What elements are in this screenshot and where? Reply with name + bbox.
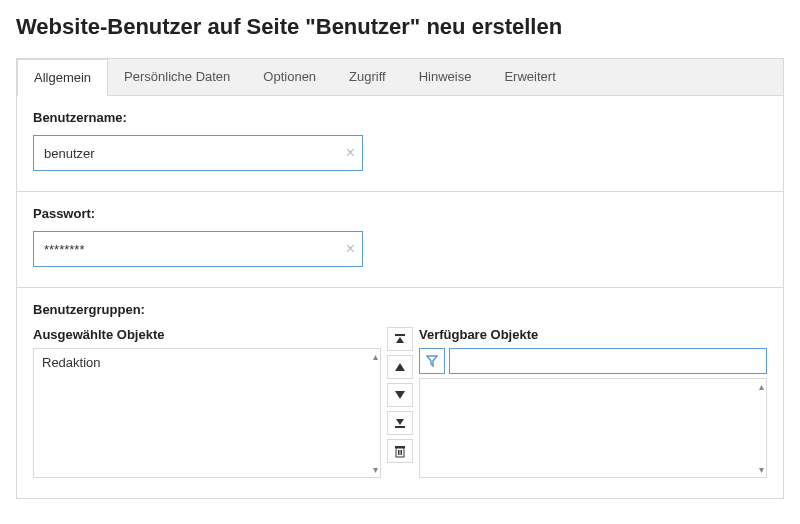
form-panel: Benutzername: × Passwort: × Benutzergrup…: [16, 95, 784, 499]
tab-general[interactable]: Allgemein: [17, 59, 108, 96]
remove-button[interactable]: [387, 439, 413, 463]
filter-input[interactable]: [449, 348, 767, 374]
scroll-down-icon[interactable]: ▾: [373, 464, 378, 475]
clear-password-icon[interactable]: ×: [346, 241, 355, 257]
svg-rect-7: [395, 446, 405, 448]
move-bottom-icon: [394, 417, 406, 429]
move-up-button[interactable]: [387, 355, 413, 379]
svg-rect-0: [395, 334, 405, 336]
tab-advanced[interactable]: Erweitert: [488, 59, 572, 95]
clear-username-icon[interactable]: ×: [346, 145, 355, 161]
available-column: Verfügbare Objekte ▴ ▾: [419, 327, 767, 478]
scroll-up-icon[interactable]: ▴: [373, 351, 378, 362]
filter-button[interactable]: [419, 348, 445, 374]
svg-marker-4: [396, 419, 404, 425]
tab-bar: Allgemein Persönliche Daten Optionen Zug…: [16, 58, 784, 95]
list-item[interactable]: Redaktion: [42, 355, 101, 370]
transfer-buttons: [387, 327, 413, 463]
available-objects-label: Verfügbare Objekte: [419, 327, 767, 342]
scroll-up-icon[interactable]: ▴: [759, 381, 764, 392]
move-down-icon: [394, 389, 406, 401]
selected-objects-label: Ausgewählte Objekte: [33, 327, 381, 342]
username-label: Benutzername:: [33, 110, 767, 125]
available-objects-listbox[interactable]: ▴ ▾: [419, 378, 767, 478]
username-input[interactable]: [33, 135, 363, 171]
svg-marker-1: [396, 337, 404, 343]
svg-marker-11: [427, 356, 437, 366]
tab-access[interactable]: Zugriff: [333, 59, 403, 95]
password-section: Passwort: ×: [17, 192, 783, 288]
tab-options[interactable]: Optionen: [247, 59, 333, 95]
svg-marker-3: [395, 391, 405, 399]
tab-personal[interactable]: Persönliche Daten: [108, 59, 247, 95]
svg-marker-2: [395, 363, 405, 371]
move-top-icon: [394, 333, 406, 345]
selected-objects-listbox[interactable]: Redaktion ▴ ▾: [33, 348, 381, 478]
scroll-down-icon[interactable]: ▾: [759, 464, 764, 475]
move-top-button[interactable]: [387, 327, 413, 351]
move-up-icon: [394, 361, 406, 373]
username-section: Benutzername: ×: [17, 96, 783, 192]
move-down-button[interactable]: [387, 383, 413, 407]
tab-hints[interactable]: Hinweise: [403, 59, 489, 95]
filter-icon: [426, 355, 438, 367]
groups-label: Benutzergruppen:: [33, 302, 767, 317]
selected-column: Ausgewählte Objekte Redaktion ▴ ▾: [33, 327, 381, 478]
groups-section: Benutzergruppen: Ausgewählte Objekte Red…: [17, 288, 783, 498]
trash-icon: [394, 445, 406, 458]
page-title: Website-Benutzer auf Seite "Benutzer" ne…: [16, 14, 784, 40]
password-input[interactable]: [33, 231, 363, 267]
svg-rect-5: [395, 426, 405, 428]
password-label: Passwort:: [33, 206, 767, 221]
move-bottom-button[interactable]: [387, 411, 413, 435]
